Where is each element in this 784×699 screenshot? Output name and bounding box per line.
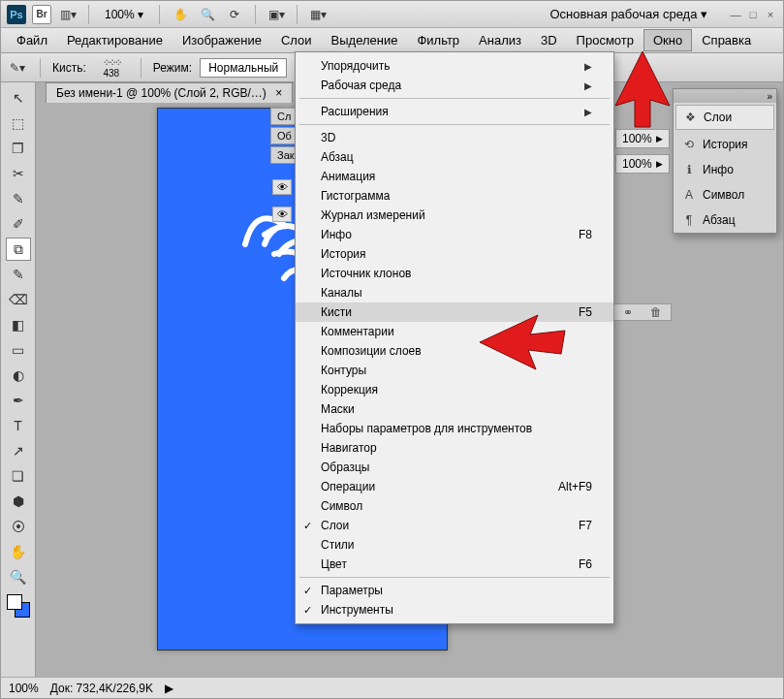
panel-shortcut[interactable]: ¶Абзац bbox=[674, 207, 776, 233]
bridge-logo-icon[interactable]: Br bbox=[32, 5, 51, 24]
tool-3dcam[interactable]: ⦿ bbox=[6, 515, 31, 538]
tool-stamp[interactable]: ✎ bbox=[6, 263, 31, 286]
menu-filter[interactable]: Фильтр bbox=[407, 29, 469, 51]
screenmode-icon[interactable]: ▣▾ bbox=[266, 5, 287, 24]
menu-item[interactable]: ✓СлоиF7 bbox=[296, 516, 613, 535]
menu-item[interactable]: Журнал измерений bbox=[296, 206, 613, 225]
tool-3d[interactable]: ⬢ bbox=[6, 490, 31, 513]
minimize-icon[interactable]: — bbox=[729, 8, 742, 21]
tool-move[interactable]: ↖ bbox=[6, 86, 31, 110]
menu-3d[interactable]: 3D bbox=[531, 29, 567, 51]
tool-brush[interactable]: ⧉ bbox=[6, 238, 31, 261]
maximize-icon[interactable]: □ bbox=[746, 8, 760, 21]
shortcut-label: F6 bbox=[579, 557, 592, 571]
menu-analysis[interactable]: Анализ bbox=[469, 29, 531, 51]
panel-shortcut[interactable]: AСимвол bbox=[674, 182, 776, 207]
tool-healing[interactable]: ✐ bbox=[6, 212, 31, 236]
char-icon: A bbox=[681, 187, 697, 203]
menu-select[interactable]: Выделение bbox=[322, 29, 408, 51]
fg-color-swatch[interactable] bbox=[7, 594, 22, 610]
panel-shortcut[interactable]: ℹИнфо bbox=[674, 157, 776, 182]
menu-window[interactable]: Окно bbox=[643, 29, 692, 51]
tool-preset-icon[interactable]: ✎▾ bbox=[7, 58, 28, 78]
hand-icon[interactable]: ✋ bbox=[170, 5, 191, 24]
film-icon[interactable]: ▥▾ bbox=[57, 5, 78, 24]
tool-path[interactable]: ↗ bbox=[6, 439, 31, 462]
zoom-level[interactable]: 100% ▾ bbox=[99, 8, 149, 21]
menu-image[interactable]: Изображение bbox=[172, 29, 271, 51]
tool-shape[interactable]: ❏ bbox=[6, 464, 31, 488]
eye-icon[interactable]: 👁 bbox=[272, 179, 292, 195]
menu-layers[interactable]: Слои bbox=[271, 29, 322, 51]
menu-item[interactable]: ✓Параметры bbox=[296, 581, 613, 600]
fill-field[interactable]: 100%▶ bbox=[615, 154, 670, 174]
menu-item[interactable]: ЦветF6 bbox=[296, 555, 613, 574]
tool-dodge[interactable]: ◐ bbox=[6, 364, 31, 387]
menu-item-label: История bbox=[321, 247, 366, 261]
arrange-icon[interactable]: ▦▾ bbox=[307, 5, 329, 24]
menu-item[interactable]: ✓Инструменты bbox=[296, 600, 613, 620]
menu-item[interactable]: История bbox=[296, 244, 613, 264]
tool-type[interactable]: T bbox=[6, 414, 31, 437]
menu-item[interactable]: Образцы bbox=[296, 458, 613, 477]
menu-edit[interactable]: Редактирование bbox=[57, 29, 172, 51]
menu-item[interactable]: Маски bbox=[296, 399, 613, 419]
menu-item[interactable]: Рабочая среда▶ bbox=[296, 76, 613, 95]
menu-item[interactable]: Стили bbox=[296, 535, 613, 555]
menu-item[interactable]: Навигатор bbox=[296, 438, 613, 458]
menu-item[interactable]: Символ bbox=[296, 496, 613, 516]
menu-item-label: Коррекция bbox=[321, 383, 378, 397]
opacity-field[interactable]: 100%▶ bbox=[615, 129, 670, 148]
menu-item[interactable]: Расширения▶ bbox=[296, 102, 613, 121]
status-zoom[interactable]: 100% bbox=[9, 682, 39, 695]
color-swatches[interactable] bbox=[7, 594, 30, 618]
menu-item[interactable]: ИнфоF8 bbox=[296, 225, 613, 244]
blend-mode-select[interactable]: Нормальный bbox=[200, 58, 287, 78]
tool-eyedropper[interactable]: ✎ bbox=[6, 187, 31, 210]
panel-grip[interactable]: » bbox=[674, 89, 776, 103]
brush-preview[interactable]: ⁘⁘⁘ 438 bbox=[94, 57, 129, 79]
trash-icon[interactable]: 🗑 bbox=[650, 305, 662, 319]
menu-item-label: Наборы параметров для инструментов bbox=[321, 422, 532, 435]
zoom-icon[interactable]: 🔍 bbox=[197, 5, 218, 24]
menu-item-label: 3D bbox=[321, 131, 335, 144]
tool-gradient[interactable]: ◧ bbox=[6, 313, 31, 336]
tool-hand[interactable]: ✋ bbox=[6, 540, 31, 563]
eye-icon[interactable]: 👁 bbox=[272, 207, 292, 222]
menu-item[interactable]: Упорядочить▶ bbox=[296, 56, 613, 76]
menu-help[interactable]: Справка bbox=[692, 29, 761, 51]
menu-item[interactable]: Гистограмма bbox=[296, 186, 613, 206]
status-doc-size[interactable]: Док: 732,4K/226,9K bbox=[50, 682, 153, 695]
rotate-icon[interactable]: ⟳ bbox=[224, 5, 245, 24]
menu-item[interactable]: Источник клонов bbox=[296, 264, 613, 283]
menu-item[interactable]: Анимация bbox=[296, 167, 613, 186]
tool-crop[interactable]: ✂ bbox=[6, 162, 31, 185]
tool-blur[interactable]: ▭ bbox=[6, 338, 31, 362]
menu-file[interactable]: Файл bbox=[7, 29, 57, 51]
tool-pen[interactable]: ✒ bbox=[6, 389, 31, 412]
tool-marquee[interactable]: ⬚ bbox=[6, 111, 31, 135]
close-document-icon[interactable]: × bbox=[275, 86, 282, 100]
menu-item[interactable]: 3D bbox=[296, 128, 613, 147]
menu-item-label: Маски bbox=[321, 402, 355, 416]
menu-item[interactable]: Коррекция bbox=[296, 380, 613, 399]
workspace-switcher[interactable]: Основная рабочая среда ▾ bbox=[542, 5, 715, 23]
panel-shortcut[interactable]: ⟲История bbox=[674, 132, 776, 157]
tool-zoom[interactable]: 🔍 bbox=[6, 565, 31, 588]
tool-lasso[interactable]: ❐ bbox=[6, 137, 31, 160]
menu-item[interactable]: Наборы параметров для инструментов bbox=[296, 419, 613, 438]
chevron-right-icon[interactable]: ▶ bbox=[165, 682, 173, 695]
panel-shortcut-label: Слои bbox=[704, 111, 732, 124]
menu-item-label: Образцы bbox=[321, 461, 369, 474]
document-tab[interactable]: Без имени-1 @ 100% (Слой 2, RGB/…) × bbox=[46, 82, 293, 103]
menu-item[interactable]: Каналы bbox=[296, 283, 613, 302]
menu-item[interactable]: ОперацииAlt+F9 bbox=[296, 477, 613, 496]
close-icon[interactable]: × bbox=[764, 8, 777, 21]
annotation-arrow bbox=[480, 313, 567, 374]
tool-eraser[interactable]: ⌫ bbox=[6, 288, 31, 311]
menu-item[interactable]: Абзац bbox=[296, 147, 613, 167]
menu-view[interactable]: Просмотр bbox=[567, 29, 643, 51]
panel-shortcut[interactable]: ❖Слои bbox=[675, 105, 774, 130]
link-icon[interactable]: ⚭ bbox=[623, 305, 633, 319]
panel-shortcut-label: Абзац bbox=[703, 213, 736, 227]
